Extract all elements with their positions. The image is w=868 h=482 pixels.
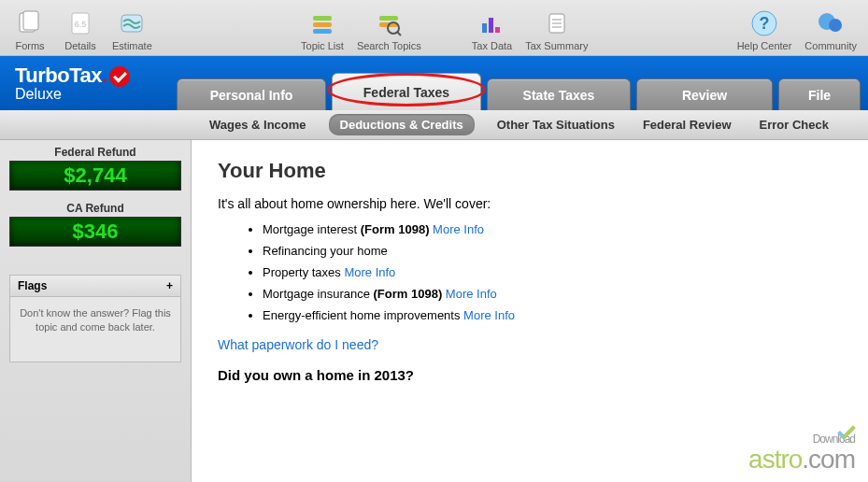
more-info-link[interactable]: More Info (463, 308, 515, 322)
svg-rect-1 (23, 11, 38, 30)
search-icon (374, 8, 404, 38)
subtab-error-check[interactable]: Error Check (754, 114, 834, 135)
content-area: Federal Refund $2,744 CA Refund $346 Fla… (0, 140, 868, 482)
svg-text:6.5: 6.5 (75, 20, 87, 29)
community-icon (816, 8, 846, 38)
help-icon: ? (749, 8, 779, 38)
bullet-text: Mortgage insurance (263, 287, 374, 301)
details-icon: 6.5 (65, 8, 95, 38)
federal-refund-box: Federal Refund $2,744 (0, 140, 191, 196)
tab-federal-taxes[interactable]: Federal Taxes (332, 73, 481, 110)
tab-state-taxes[interactable]: State Taxes (487, 78, 631, 110)
more-info-link[interactable]: More Info (344, 265, 395, 279)
checkmark-icon (109, 66, 130, 87)
federal-refund-value: $2,744 (9, 161, 181, 191)
tab-review[interactable]: Review (636, 78, 773, 110)
toolbar-label: Estimate (112, 40, 152, 51)
svg-rect-8 (379, 16, 398, 21)
subtab-wages-income[interactable]: Wages & Income (204, 114, 312, 135)
main-content: Your Home It's all about home ownership … (192, 140, 868, 482)
svg-text:?: ? (760, 14, 770, 33)
svg-rect-13 (489, 18, 493, 33)
list-item: Mortgage interest (Form 1098) More Info (263, 222, 842, 236)
more-info-link[interactable]: More Info (446, 287, 497, 301)
tab-label: Review (682, 88, 727, 103)
tab-file[interactable]: File (778, 78, 861, 110)
svg-point-22 (829, 19, 842, 32)
toolbar-label: Details (64, 40, 96, 51)
bullet-text: Mortgage interest (263, 222, 361, 236)
tax-summary-button[interactable]: Tax Summary (521, 7, 591, 53)
tab-label: Personal Info (210, 88, 293, 103)
intro-text: It's all about home ownership here. We'l… (218, 196, 842, 211)
toolbar-label: Tax Summary (525, 40, 588, 51)
plus-icon[interactable]: + (166, 279, 173, 292)
brand-edition: Deluxe (15, 86, 177, 103)
bullet-bold: (Form 1098) (361, 222, 430, 236)
page-title: Your Home (218, 159, 842, 183)
summary-icon (542, 8, 572, 38)
refund-label: Federal Refund (9, 146, 181, 159)
toolbar-label: Forms (15, 40, 44, 51)
ca-refund-value: $346 (9, 217, 181, 247)
bullet-text: Property taxes (263, 265, 344, 279)
sub-tabs: Wages & Income Deductions & Credits Othe… (0, 110, 868, 140)
help-center-button[interactable]: ? Help Center (733, 7, 796, 53)
toolbar-label: Help Center (737, 40, 792, 51)
estimate-button[interactable]: Estimate (108, 7, 156, 53)
estimate-icon (117, 8, 147, 38)
tax-data-button[interactable]: Tax Data (468, 7, 516, 53)
paperwork-link[interactable]: What paperwork do I need? (218, 337, 842, 352)
flags-body: Don't know the answer? Flag this topic a… (10, 297, 180, 362)
subtab-federal-review[interactable]: Federal Review (637, 114, 737, 135)
ca-refund-box: CA Refund $346 (0, 196, 191, 252)
svg-rect-6 (313, 22, 332, 27)
flags-header[interactable]: Flags + (10, 276, 180, 297)
toolbar-label: Search Topics (357, 40, 421, 51)
community-button[interactable]: Community (801, 7, 861, 53)
toolbar-label: Tax Data (472, 40, 512, 51)
subtab-other-tax[interactable]: Other Tax Situations (491, 114, 620, 135)
flags-title: Flags (18, 279, 47, 292)
bullet-text: Energy-efficient home improvements (263, 308, 463, 322)
tab-label: Federal Taxes (363, 85, 449, 100)
list-item: Property taxes More Info (263, 265, 842, 279)
subtab-deductions-credits[interactable]: Deductions & Credits (329, 114, 475, 135)
svg-rect-14 (495, 27, 500, 33)
bullet-text: Refinancing your home (263, 244, 388, 258)
top-toolbar: Forms 6.5 Details Estimate Topic List Se… (0, 0, 868, 56)
forms-button[interactable]: Forms (7, 7, 52, 53)
refund-label: CA Refund (9, 202, 181, 215)
bullet-bold: (Form 1098) (374, 287, 443, 301)
forms-icon (15, 8, 45, 38)
svg-rect-5 (313, 16, 332, 21)
brand-logo: TurboTax. Deluxe (0, 64, 177, 103)
bullet-list: Mortgage interest (Form 1098) More Info … (263, 222, 842, 322)
topic-list-button[interactable]: Topic List (297, 7, 348, 53)
flags-panel: Flags + Don't know the answer? Flag this… (9, 275, 181, 362)
more-info-link[interactable]: More Info (433, 222, 484, 236)
toolbar-group-center: Topic List Search Topics Tax Data Tax Su… (297, 7, 591, 53)
tab-label: State Taxes (523, 88, 595, 103)
tab-personal-info[interactable]: Personal Info (177, 78, 326, 110)
ownership-question: Did you own a home in 2013? (218, 367, 842, 383)
toolbar-label: Community (804, 40, 857, 51)
topic-list-icon (307, 8, 337, 38)
svg-line-11 (397, 32, 401, 35)
list-item: Energy-efficient home improvements More … (263, 308, 842, 322)
list-item: Refinancing your home (263, 244, 842, 258)
brand-tabs-bar: TurboTax. Deluxe Personal Info Federal T… (0, 56, 868, 110)
list-item: Mortgage insurance (Form 1098) More Info (263, 287, 842, 301)
bar-chart-icon (477, 8, 506, 38)
main-tabs: Personal Info Federal Taxes State Taxes … (177, 56, 868, 110)
svg-rect-7 (313, 29, 332, 34)
toolbar-group-right: ? Help Center Community (733, 7, 861, 53)
search-topics-button[interactable]: Search Topics (353, 7, 425, 53)
svg-rect-12 (482, 23, 487, 33)
sidebar: Federal Refund $2,744 CA Refund $346 Fla… (0, 140, 192, 482)
details-button[interactable]: 6.5 Details (58, 7, 103, 53)
tab-label: File (808, 88, 831, 103)
brand-name: TurboTax (15, 64, 102, 87)
toolbar-group-left: Forms 6.5 Details Estimate (7, 7, 156, 53)
toolbar-label: Topic List (301, 40, 344, 51)
